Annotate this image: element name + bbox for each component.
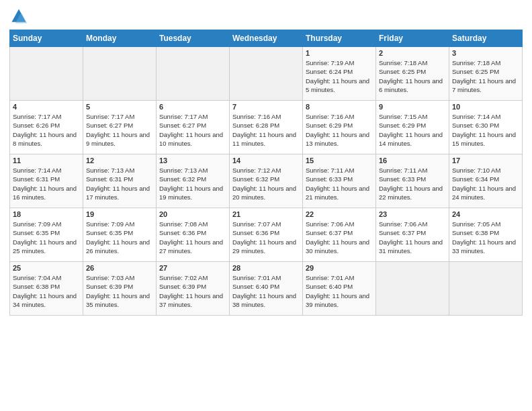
header-day-friday: Friday [376, 30, 449, 47]
header-day-tuesday: Tuesday [157, 30, 230, 47]
info-line: Sunrise: 7:03 AM [86, 273, 153, 282]
info-line: Sunset: 6:36 PM [232, 228, 300, 237]
info-line: Sunset: 6:40 PM [306, 282, 373, 291]
calendar-cell [10, 47, 83, 101]
info-line: Daylight: 11 hours and 11 minutes. [232, 130, 300, 148]
day-number: 7 [232, 103, 300, 111]
day-number: 13 [159, 156, 226, 165]
info-line: Sunrise: 7:05 AM [452, 220, 519, 228]
info-line: Sunset: 6:33 PM [306, 175, 373, 183]
info-line: Sunset: 6:28 PM [232, 121, 300, 130]
calendar-cell: 24Sunrise: 7:05 AMSunset: 6:38 PMDayligh… [449, 208, 523, 262]
calendar-cell: 5Sunrise: 7:17 AMSunset: 6:27 PMDaylight… [83, 101, 157, 154]
day-number: 15 [306, 156, 373, 165]
info-line: Daylight: 11 hours and 7 minutes. [452, 77, 519, 95]
day-number: 5 [86, 103, 153, 111]
info-line: Daylight: 11 hours and 31 minutes. [379, 238, 446, 256]
day-number: 26 [86, 264, 153, 272]
day-info: Sunrise: 7:11 AMSunset: 6:33 PMDaylight:… [379, 166, 446, 201]
info-line: Sunrise: 7:19 AM [306, 58, 373, 67]
info-line: Sunset: 6:33 PM [379, 175, 446, 183]
day-info: Sunrise: 7:04 AMSunset: 6:38 PMDaylight:… [13, 273, 80, 309]
calendar-cell: 25Sunrise: 7:04 AMSunset: 6:38 PMDayligh… [10, 262, 83, 316]
info-line: Sunset: 6:27 PM [159, 121, 226, 130]
info-line: Sunset: 6:30 PM [452, 121, 519, 130]
day-number: 14 [232, 156, 300, 165]
header-day-monday: Monday [83, 30, 157, 47]
info-line: Sunset: 6:31 PM [86, 175, 153, 183]
calendar-cell: 16Sunrise: 7:11 AMSunset: 6:33 PMDayligh… [376, 154, 449, 208]
calendar-cell: 1Sunrise: 7:19 AMSunset: 6:24 PMDaylight… [303, 47, 376, 101]
info-line: Daylight: 11 hours and 17 minutes. [86, 184, 153, 202]
calendar-cell: 21Sunrise: 7:07 AMSunset: 6:36 PMDayligh… [230, 208, 303, 262]
info-line: Sunset: 6:39 PM [159, 282, 226, 291]
page: SundayMondayTuesdayWednesdayThursdayFrid… [0, 0, 532, 411]
info-line: Daylight: 11 hours and 5 minutes. [306, 77, 373, 95]
day-info: Sunrise: 7:07 AMSunset: 6:36 PMDaylight:… [232, 220, 300, 255]
calendar-cell: 11Sunrise: 7:14 AMSunset: 6:31 PMDayligh… [10, 154, 83, 208]
info-line: Daylight: 11 hours and 34 minutes. [13, 291, 80, 310]
day-info: Sunrise: 7:02 AMSunset: 6:39 PMDaylight:… [159, 273, 226, 309]
info-line: Sunset: 6:35 PM [13, 228, 80, 237]
info-line: Daylight: 11 hours and 26 minutes. [86, 238, 153, 256]
info-line: Daylight: 11 hours and 21 minutes. [306, 184, 373, 202]
day-info: Sunrise: 7:06 AMSunset: 6:37 PMDaylight:… [379, 220, 446, 255]
info-line: Daylight: 11 hours and 20 minutes. [232, 184, 300, 202]
info-line: Sunset: 6:29 PM [379, 121, 446, 130]
info-line: Sunset: 6:31 PM [13, 175, 80, 183]
info-line: Sunrise: 7:06 AM [379, 220, 446, 228]
info-line: Sunset: 6:25 PM [379, 67, 446, 76]
calendar-cell [157, 47, 230, 101]
calendar-cell: 8Sunrise: 7:16 AMSunset: 6:29 PMDaylight… [303, 101, 376, 154]
info-line: Sunrise: 7:12 AM [232, 166, 300, 175]
calendar-cell [230, 47, 303, 101]
info-line: Sunrise: 7:18 AM [379, 58, 446, 67]
day-info: Sunrise: 7:06 AMSunset: 6:37 PMDaylight:… [306, 220, 373, 255]
calendar-cell: 15Sunrise: 7:11 AMSunset: 6:33 PMDayligh… [303, 154, 376, 208]
calendar-cell [83, 47, 157, 101]
info-line: Sunset: 6:37 PM [379, 228, 446, 237]
info-line: Daylight: 11 hours and 15 minutes. [452, 130, 519, 148]
calendar-cell: 14Sunrise: 7:12 AMSunset: 6:32 PMDayligh… [230, 154, 303, 208]
info-line: Sunrise: 7:02 AM [159, 273, 226, 282]
info-line: Daylight: 11 hours and 19 minutes. [159, 184, 226, 202]
info-line: Daylight: 11 hours and 37 minutes. [159, 291, 226, 310]
logo [9, 7, 31, 26]
day-info: Sunrise: 7:17 AMSunset: 6:27 PMDaylight:… [159, 112, 226, 148]
calendar-cell [376, 262, 449, 316]
info-line: Sunrise: 7:01 AM [306, 273, 373, 282]
info-line: Sunrise: 7:13 AM [159, 166, 226, 175]
calendar-cell: 23Sunrise: 7:06 AMSunset: 6:37 PMDayligh… [376, 208, 449, 262]
day-number: 2 [379, 49, 446, 57]
info-line: Sunrise: 7:13 AM [86, 166, 153, 175]
calendar-cell: 7Sunrise: 7:16 AMSunset: 6:28 PMDaylight… [230, 101, 303, 154]
info-line: Sunset: 6:38 PM [452, 228, 519, 237]
info-line: Sunrise: 7:09 AM [86, 220, 153, 228]
day-info: Sunrise: 7:03 AMSunset: 6:39 PMDaylight:… [86, 273, 153, 309]
info-line: Sunset: 6:25 PM [452, 67, 519, 76]
day-info: Sunrise: 7:18 AMSunset: 6:25 PMDaylight:… [379, 58, 446, 94]
info-line: Daylight: 11 hours and 29 minutes. [232, 238, 300, 256]
header-day-sunday: Sunday [10, 30, 83, 47]
day-info: Sunrise: 7:13 AMSunset: 6:32 PMDaylight:… [159, 166, 226, 201]
info-line: Sunrise: 7:14 AM [452, 112, 519, 121]
info-line: Sunrise: 7:08 AM [159, 220, 226, 228]
info-line: Sunrise: 7:11 AM [379, 166, 446, 175]
day-info: Sunrise: 7:16 AMSunset: 6:28 PMDaylight:… [232, 112, 300, 148]
info-line: Sunset: 6:35 PM [86, 228, 153, 237]
info-line: Daylight: 11 hours and 27 minutes. [159, 238, 226, 256]
info-line: Sunrise: 7:11 AM [306, 166, 373, 175]
info-line: Daylight: 11 hours and 39 minutes. [306, 291, 373, 310]
calendar-cell: 19Sunrise: 7:09 AMSunset: 6:35 PMDayligh… [83, 208, 157, 262]
info-line: Daylight: 11 hours and 35 minutes. [86, 291, 153, 310]
day-number: 24 [452, 210, 519, 218]
day-info: Sunrise: 7:09 AMSunset: 6:35 PMDaylight:… [13, 220, 80, 255]
day-number: 29 [306, 264, 373, 272]
day-number: 4 [13, 103, 80, 111]
info-line: Sunset: 6:29 PM [306, 121, 373, 130]
info-line: Daylight: 11 hours and 9 minutes. [86, 130, 153, 148]
day-number: 9 [379, 103, 446, 111]
week-row-3: 18Sunrise: 7:09 AMSunset: 6:35 PMDayligh… [10, 208, 523, 262]
day-info: Sunrise: 7:10 AMSunset: 6:34 PMDaylight:… [452, 166, 519, 201]
calendar-cell: 10Sunrise: 7:14 AMSunset: 6:30 PMDayligh… [449, 101, 523, 154]
